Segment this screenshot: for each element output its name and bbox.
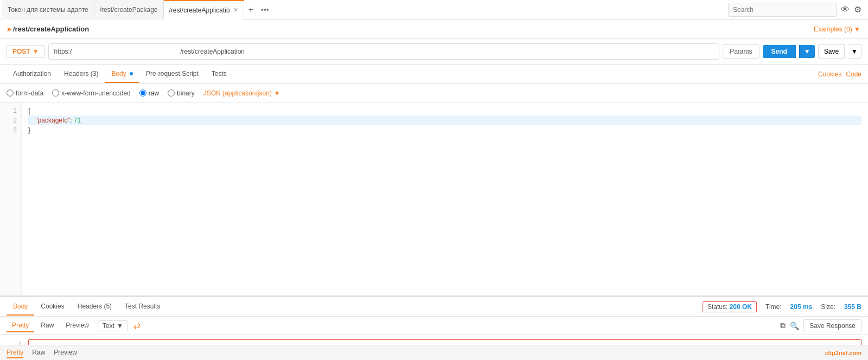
code-line-3: } [28, 125, 861, 135]
status-info: Status: 200 OK Time: 205 ms Size: 355 B [703, 301, 861, 312]
format-type-label: Text [103, 322, 114, 330]
save-dropdown-button[interactable]: ▼ [848, 44, 861, 59]
examples-link[interactable]: Examples (0) ▼ [814, 25, 860, 33]
footer-pretty-tab[interactable]: Pretty [7, 348, 23, 358]
top-bar-right: 👁 ⚙ [728, 3, 866, 17]
settings-icon[interactable]: ⚙ [854, 4, 861, 15]
footer-preview-tab[interactable]: Preview [54, 348, 77, 358]
status-label: Status: [707, 303, 727, 311]
line-numbers: 1 2 3 [0, 102, 22, 295]
request-title: /rest/createApplication [13, 25, 89, 33]
body-dot [130, 72, 133, 75]
code-line-1: { [28, 106, 861, 115]
tab-tests[interactable]: Tests [205, 66, 233, 83]
status-value: 200 OK [730, 303, 752, 311]
send-button[interactable]: Send [763, 45, 796, 58]
copy-icon[interactable]: ⧉ [780, 321, 786, 330]
collapse-icon[interactable]: ▶ [8, 26, 12, 32]
response-tab-body[interactable]: Body [7, 298, 34, 316]
raw-tab[interactable]: Raw [35, 319, 59, 332]
main-content: ▶ /rest/createApplication Examples (0) ▼… [0, 20, 868, 360]
tab-body[interactable]: Body [105, 66, 139, 83]
raw-option[interactable]: raw [139, 89, 159, 97]
preview-tab[interactable]: Preview [60, 319, 94, 332]
pretty-tab[interactable]: Pretty [7, 319, 34, 332]
request-title-bar: ▶ /rest/createApplication Examples (0) ▼ [0, 20, 868, 39]
urlencoded-option[interactable]: x-www-form-urlencoded [52, 89, 130, 97]
time-value: 205 ms [790, 303, 813, 311]
status-badge: Status: 200 OK [703, 301, 757, 312]
footer-raw-tab[interactable]: Raw [32, 348, 45, 358]
tab-create-application-label: /rest/createApplicatio [169, 7, 230, 14]
code-line-2: "packageId": 71 [28, 115, 861, 125]
tab-prerequest[interactable]: Pre-request Script [139, 66, 205, 83]
line-num-2: 2 [4, 115, 17, 125]
tab-create-package-label: /rest/createPackage [100, 6, 158, 14]
save-button[interactable]: Save [818, 44, 845, 59]
form-data-option[interactable]: form-data [7, 89, 43, 97]
line-num-3: 3 [4, 125, 17, 135]
request-tabs-row: Authorization Headers (3) Body Pre-reque… [0, 65, 868, 84]
code-link[interactable]: Code [846, 70, 861, 78]
eye-icon[interactable]: 👁 [841, 5, 850, 15]
params-button[interactable]: Params [723, 44, 759, 59]
tab-token[interactable]: Токен для системы адапте [2, 0, 94, 20]
footer-tabs: Pretty Raw Preview [7, 348, 77, 358]
send-dropdown-button[interactable]: ▼ [799, 45, 815, 58]
format-type-arrow: ▼ [117, 322, 123, 330]
tab-headers[interactable]: Headers (3) [58, 66, 105, 83]
url-input[interactable] [48, 43, 720, 60]
tab-close-icon[interactable]: ✕ [233, 7, 238, 14]
sort-icon[interactable]: ⇄ [133, 320, 141, 331]
tab-add-button[interactable]: + [244, 5, 258, 15]
json-type-label: JSON (application/json) [203, 89, 272, 97]
method-arrow: ▼ [33, 48, 39, 55]
binary-option[interactable]: binary [168, 89, 195, 97]
code-content[interactable]: { "packageId": 71 } [22, 102, 868, 295]
body-options-row: form-data x-www-form-urlencoded raw bina… [0, 84, 868, 102]
url-bar: POST ▼ Params Send ▼ Save ▼ [0, 39, 868, 65]
response-tab-test-results[interactable]: Test Results [118, 298, 167, 316]
tab-authorization[interactable]: Authorization [7, 66, 58, 83]
footer-brand: clip2net.com [825, 350, 861, 356]
size-label: Size: [821, 303, 835, 311]
tab-bar: Токен для системы адапте /rest/createPac… [0, 0, 868, 20]
response-tabs-row: Body Cookies Headers (5) Test Results St… [0, 297, 868, 317]
response-tab-headers[interactable]: Headers (5) [71, 298, 118, 316]
json-type-select[interactable]: JSON (application/json) ▼ [203, 89, 280, 97]
footer: Pretty Raw Preview clip2net.com [0, 345, 868, 360]
method-dropdown[interactable]: POST ▼ [7, 45, 45, 58]
code-editor[interactable]: 1 2 3 { "packageId": 71 } [0, 102, 868, 295]
response-toolbar: Pretty Raw Preview Text ▼ ⇄ ⧉ 🔍 Save Res… [0, 317, 868, 335]
format-type-select[interactable]: Text ▼ [98, 320, 128, 331]
tabs-right-links: Cookies Code [818, 70, 861, 78]
json-type-arrow: ▼ [274, 89, 280, 97]
time-label: Time: [765, 303, 782, 311]
cookies-link[interactable]: Cookies [818, 70, 841, 78]
response-tab-cookies[interactable]: Cookies [34, 298, 71, 316]
tab-create-package[interactable]: /rest/createPackage [94, 0, 164, 20]
method-label: POST [12, 48, 30, 55]
line-num-1: 1 [4, 106, 17, 115]
search-input[interactable] [728, 3, 837, 17]
tab-token-label: Токен для системы адапте [8, 6, 88, 14]
response-action-buttons: ⧉ 🔍 Save Response [780, 319, 861, 332]
search-response-icon[interactable]: 🔍 [790, 322, 799, 330]
save-response-button[interactable]: Save Response [803, 319, 861, 332]
tab-create-application[interactable]: /rest/createApplicatio ✕ [164, 0, 244, 20]
size-value: 355 B [844, 303, 861, 311]
tab-more-button[interactable]: ••• [258, 5, 272, 14]
